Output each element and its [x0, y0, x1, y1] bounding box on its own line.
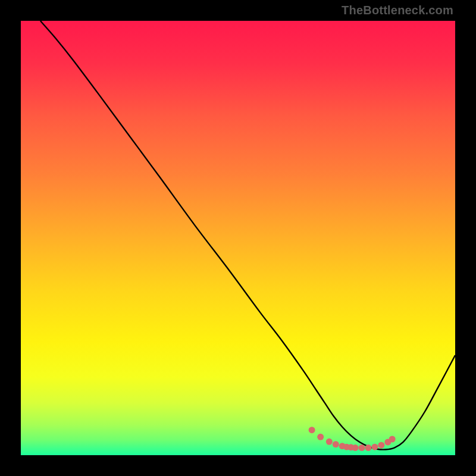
bottleneck-curve [40, 21, 455, 450]
plot-area [21, 21, 455, 455]
curve-marker [352, 444, 359, 451]
marker-group [309, 427, 396, 451]
watermark-text: TheBottleneck.com [342, 4, 453, 17]
curve-marker [365, 444, 372, 451]
curve-marker [371, 444, 378, 450]
curve-marker [317, 434, 324, 440]
chart-curve [21, 21, 455, 455]
curve-marker [359, 444, 365, 451]
chart-container: { "watermark": "TheBottleneck.com", "plo… [0, 0, 476, 476]
curve-marker [326, 439, 333, 445]
curve-marker [333, 441, 339, 447]
curve-marker [389, 436, 396, 442]
curve-marker [378, 442, 384, 449]
curve-marker [309, 427, 315, 433]
